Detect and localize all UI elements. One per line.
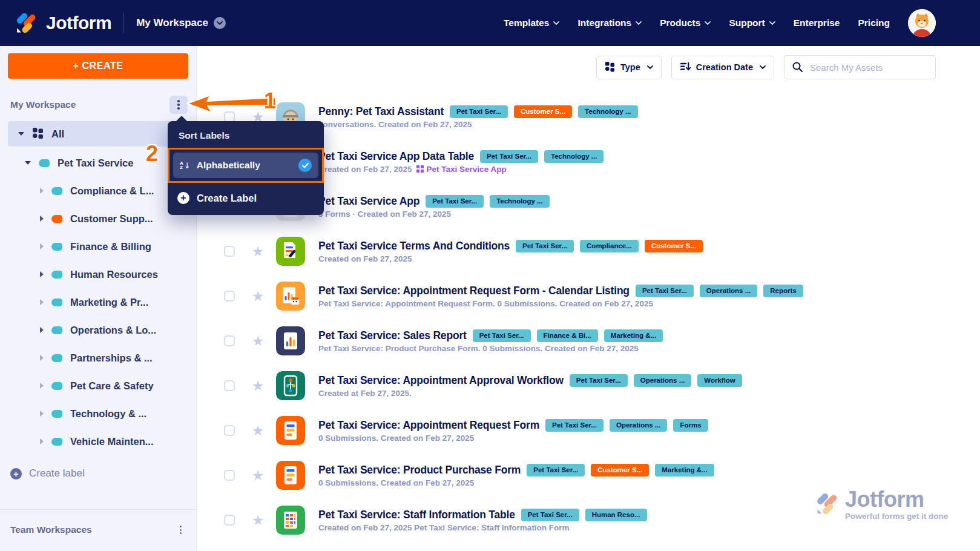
asset-label-badge[interactable]: Customer S... xyxy=(645,240,703,252)
nav-item-products[interactable]: Products xyxy=(660,18,711,28)
asset-label-badge[interactable]: Marketing &... xyxy=(655,464,714,477)
asset-label-badge[interactable]: Pet Taxi Ser... xyxy=(450,105,508,118)
asset-label-badge[interactable]: Pet Taxi Ser... xyxy=(527,464,585,477)
form-icon[interactable] xyxy=(276,416,305,445)
sidebar-label-compliance[interactable]: Compliance & L... xyxy=(0,177,196,205)
asset-label-badge[interactable]: Technology ... xyxy=(578,105,637,118)
asset-label-badge[interactable]: Finance & Bi... xyxy=(537,329,598,342)
caret-right-icon[interactable] xyxy=(40,216,44,222)
asset-label-badge[interactable]: Workflow xyxy=(697,374,742,387)
asset-title[interactable]: Pet Taxi Service: Sales Report xyxy=(318,329,467,342)
caret-right-icon[interactable] xyxy=(40,327,44,333)
caret-right-icon[interactable] xyxy=(40,299,44,305)
favorite-star-icon[interactable]: ★ xyxy=(251,288,265,304)
asset-label-badge[interactable]: Reports xyxy=(763,285,803,297)
bar-chart-report-icon[interactable] xyxy=(276,326,305,355)
asset-label-badge[interactable]: Pet Taxi Ser... xyxy=(521,509,579,521)
asset-checkbox[interactable] xyxy=(224,335,235,346)
asset-title[interactable]: Penny: Pet Taxi Assistant xyxy=(318,105,444,118)
calendar-report-icon[interactable] xyxy=(276,282,305,311)
asset-checkbox[interactable] xyxy=(224,425,235,436)
favorite-star-icon[interactable]: ★ xyxy=(251,423,265,438)
asset-label-badge[interactable]: Pet Taxi Ser... xyxy=(480,150,538,163)
create-button[interactable]: + CREATE xyxy=(8,53,188,79)
asset-label-badge[interactable]: Pet Taxi Ser... xyxy=(516,240,574,252)
asset-title[interactable]: Pet Taxi Service: Appointment Request Fo… xyxy=(318,285,630,297)
caret-right-icon[interactable] xyxy=(40,243,44,249)
caret-right-icon[interactable] xyxy=(40,355,44,361)
asset-checkbox[interactable] xyxy=(224,470,235,481)
asset-title[interactable]: Pet Taxi Service App Data Table xyxy=(318,150,474,163)
asset-label-badge[interactable]: Operations ... xyxy=(634,374,692,387)
nav-item-templates[interactable]: Templates xyxy=(504,18,560,28)
asset-label-badge[interactable]: Technology ... xyxy=(544,150,603,163)
workspace-switcher[interactable]: My Workspace xyxy=(136,17,226,29)
linked-app-link[interactable]: Pet Taxi Service App xyxy=(416,165,507,174)
search-input[interactable] xyxy=(784,55,936,79)
asset-label-badge[interactable]: Pet Taxi Ser... xyxy=(570,374,628,387)
asset-label-badge[interactable]: Marketing &... xyxy=(604,329,663,342)
caret-right-icon[interactable] xyxy=(40,271,44,277)
caret-down-icon[interactable] xyxy=(18,132,24,136)
asset-label-badge[interactable]: Customer S... xyxy=(514,105,572,118)
asset-checkbox[interactable] xyxy=(224,246,235,257)
asset-title[interactable]: Pet Taxi Service: Product Purchase Form xyxy=(318,464,521,477)
asset-label-badge[interactable]: Pet Taxi Ser... xyxy=(545,419,603,432)
create-label-button[interactable]: + Create label xyxy=(0,460,196,487)
asset-label-badge[interactable]: Human Reso... xyxy=(585,509,647,521)
asset-label-badge[interactable]: Operations ... xyxy=(610,419,668,432)
asset-label-badge[interactable]: Pet Taxi Ser... xyxy=(636,285,694,297)
sidebar-label-technology[interactable]: Technology & ... xyxy=(0,400,196,427)
asset-checkbox[interactable] xyxy=(224,291,235,302)
team-workspaces-row[interactable]: Team Workspaces xyxy=(0,518,196,541)
sidebar-label-customer-support[interactable]: Customer Supp... xyxy=(0,205,196,233)
asset-checkbox[interactable] xyxy=(224,515,235,526)
caret-right-icon[interactable] xyxy=(40,438,44,444)
nav-item-integrations[interactable]: Integrations xyxy=(577,18,642,28)
favorite-star-icon[interactable]: ★ xyxy=(251,243,265,259)
sidebar-label-pet-care-safety[interactable]: Pet Care & Safety xyxy=(0,372,196,400)
nav-item-pricing[interactable]: Pricing xyxy=(858,18,890,28)
asset-label-badge[interactable]: Forms xyxy=(673,419,708,432)
asset-label-badge[interactable]: Operations ... xyxy=(700,285,758,297)
table-icon[interactable] xyxy=(276,506,305,535)
type-filter-button[interactable]: Type xyxy=(596,56,662,79)
create-label-option[interactable]: + Create Label xyxy=(168,183,324,215)
asset-label-badge[interactable]: Technology ... xyxy=(490,195,549,208)
asset-checkbox[interactable] xyxy=(224,380,235,391)
sidebar-label-human-resources[interactable]: Human Resources xyxy=(0,260,196,288)
form-icon[interactable] xyxy=(276,461,305,490)
asset-title[interactable]: Pet Taxi Service: Appointment Approval W… xyxy=(318,374,564,387)
asset-label-badge[interactable]: Pet Taxi Ser... xyxy=(473,329,531,342)
sidebar-label-finance-billing[interactable]: Finance & Billing xyxy=(0,233,196,260)
sort-alphabetically-option[interactable]: AZ↓ Alphabetically xyxy=(173,153,318,178)
caret-right-icon[interactable] xyxy=(40,411,44,417)
asset-label-badge[interactable]: Compliance... xyxy=(580,240,639,252)
nav-item-support[interactable]: Support xyxy=(729,18,775,28)
asset-title[interactable]: Pet Taxi Service Terms And Conditions xyxy=(318,240,510,252)
sidebar-label-marketing[interactable]: Marketing & Pr... xyxy=(0,288,196,316)
workflow-icon[interactable] xyxy=(276,371,305,400)
favorite-star-icon[interactable]: ★ xyxy=(251,467,265,483)
asset-label-badge[interactable]: Pet Taxi Ser... xyxy=(426,195,484,208)
caret-right-icon[interactable] xyxy=(40,188,44,194)
sidebar-label-pet-taxi-service[interactable]: Pet Taxi Service xyxy=(0,149,196,177)
asset-title[interactable]: Pet Taxi Service App xyxy=(318,195,419,208)
asset-label-badge[interactable]: Customer S... xyxy=(591,464,649,477)
sort-by-button[interactable]: Creation Date xyxy=(671,56,774,79)
favorite-star-icon[interactable]: ★ xyxy=(251,333,265,349)
sidebar-label-operations[interactable]: Operations & Lo... xyxy=(0,316,196,344)
team-workspaces-kebab-button[interactable] xyxy=(177,523,184,536)
favorite-star-icon[interactable]: ★ xyxy=(251,512,265,528)
caret-right-icon[interactable] xyxy=(40,383,44,389)
sidebar-item-all[interactable]: All xyxy=(8,121,188,147)
nav-item-enterprise[interactable]: Enterprise xyxy=(794,18,840,28)
caret-down-icon[interactable] xyxy=(25,161,31,165)
sidebar-label-vehicle-maintenance[interactable]: Vehicle Mainten... xyxy=(0,427,196,455)
sign-document-icon[interactable] xyxy=(276,237,305,266)
jotform-logo[interactable]: Jotform xyxy=(13,9,111,37)
favorite-star-icon[interactable]: ★ xyxy=(251,378,265,394)
user-avatar[interactable] xyxy=(908,9,936,37)
asset-title[interactable]: Pet Taxi Service: Appointment Request Fo… xyxy=(318,419,539,432)
asset-title[interactable]: Pet Taxi Service: Staff Information Tabl… xyxy=(318,509,515,521)
